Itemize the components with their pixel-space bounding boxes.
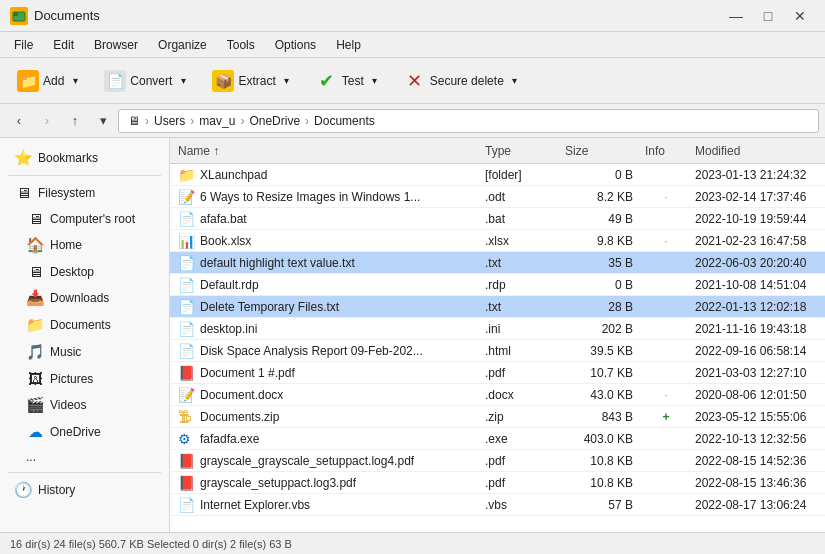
file-info: · <box>641 388 691 402</box>
header-modified[interactable]: Modified <box>691 144 821 158</box>
secure-delete-dropdown-icon[interactable]: ▾ <box>508 74 522 88</box>
secure-delete-label: Secure delete <box>430 74 504 88</box>
file-name: Document 1 #.pdf <box>200 366 295 380</box>
file-modified: 2023-02-14 17:37:46 <box>691 190 821 204</box>
dropdown-button[interactable]: ▾ <box>90 108 116 134</box>
table-row[interactable]: 📄 Delete Temporary Files.txt .txt 28 B 2… <box>170 296 825 318</box>
extract-dropdown-icon[interactable]: ▾ <box>280 74 294 88</box>
header-name[interactable]: Name ↑ <box>174 144 481 158</box>
sidebar-item-more[interactable]: ... <box>4 446 165 468</box>
sidebar-item-history[interactable]: 🕐 History <box>4 477 165 503</box>
table-row[interactable]: 📄 default highlight text value.txt .txt … <box>170 252 825 274</box>
path-onedrive[interactable]: OneDrive <box>246 114 303 128</box>
path-users[interactable]: Users <box>151 114 188 128</box>
sidebar-item-downloads[interactable]: 📥 Downloads <box>4 285 165 311</box>
extract-button[interactable]: 📦 Extract ▾ <box>203 63 302 99</box>
sidebar-label-onedrive: OneDrive <box>50 425 101 439</box>
sidebar-item-pictures[interactable]: 🖼 Pictures <box>4 366 165 391</box>
table-row[interactable]: 📝 6 Ways to Resize Images in Windows 1..… <box>170 186 825 208</box>
file-type: .vbs <box>481 498 561 512</box>
test-button[interactable]: ✔ Test ▾ <box>307 63 391 99</box>
header-type[interactable]: Type <box>481 144 561 158</box>
add-button[interactable]: 📁 Add ▾ <box>8 63 91 99</box>
file-modified: 2023-05-12 15:55:06 <box>691 410 821 424</box>
path-documents[interactable]: Documents <box>311 114 378 128</box>
menu-options[interactable]: Options <box>267 36 324 54</box>
table-row[interactable]: 📕 grayscale_grayscale_setuppact.log4.pdf… <box>170 450 825 472</box>
file-icon: ⚙ <box>178 431 196 447</box>
file-type: .pdf <box>481 454 561 468</box>
add-label: Add <box>43 74 64 88</box>
table-row[interactable]: ⚙ fafadfa.exe .exe 403.0 KB 2022-10-13 1… <box>170 428 825 450</box>
up-button[interactable]: ↑ <box>62 108 88 134</box>
menu-help[interactable]: Help <box>328 36 369 54</box>
desktop-icon: 🖥 <box>26 263 44 280</box>
sidebar-item-music[interactable]: 🎵 Music <box>4 339 165 365</box>
menu-edit[interactable]: Edit <box>45 36 82 54</box>
file-name: Documents.zip <box>200 410 279 424</box>
add-dropdown-icon[interactable]: ▾ <box>68 74 82 88</box>
forward-button[interactable]: › <box>34 108 60 134</box>
sidebar-item-bookmarks[interactable]: ⭐ Bookmarks <box>4 145 165 171</box>
file-name: XLaunchpad <box>200 168 267 182</box>
table-row[interactable]: 📁 XLaunchpad [folder] 0 B 2023-01-13 21:… <box>170 164 825 186</box>
info-plus: + <box>662 410 669 424</box>
table-row[interactable]: 📄 Disk Space Analysis Report 09-Feb-202.… <box>170 340 825 362</box>
test-dropdown-icon[interactable]: ▾ <box>368 74 382 88</box>
file-modified: 2022-01-13 12:02:18 <box>691 300 821 314</box>
menu-tools[interactable]: Tools <box>219 36 263 54</box>
minimize-button[interactable]: — <box>721 3 751 29</box>
history-icon: 🕐 <box>14 481 32 499</box>
file-icon: 📄 <box>178 211 196 227</box>
sidebar-item-videos[interactable]: 🎬 Videos <box>4 392 165 418</box>
file-modified: 2020-08-06 12:01:50 <box>691 388 821 402</box>
secure-delete-button[interactable]: ✕ Secure delete ▾ <box>395 63 531 99</box>
downloads-icon: 📥 <box>26 289 44 307</box>
file-modified: 2022-06-03 20:20:40 <box>691 256 821 270</box>
address-bar: ‹ › ↑ ▾ 🖥 › Users › mav_u › OneDrive › D… <box>0 104 825 138</box>
table-row[interactable]: 📝 Document.docx .docx 43.0 KB · 2020-08-… <box>170 384 825 406</box>
table-row[interactable]: 📕 grayscale_setuppact.log3.pdf .pdf 10.8… <box>170 472 825 494</box>
sidebar-item-documents[interactable]: 📁 Documents <box>4 312 165 338</box>
convert-button[interactable]: 📄 Convert ▾ <box>95 63 199 99</box>
file-modified: 2022-10-19 19:59:44 <box>691 212 821 226</box>
table-row[interactable]: 🗜 Documents.zip .zip 843 B + 2023-05-12 … <box>170 406 825 428</box>
sidebar-item-computers-root[interactable]: 🖥 Computer's root <box>4 206 165 231</box>
file-list-container: Name ↑ Type Size Info Modified 📁 XLaunch… <box>170 138 825 532</box>
file-icon: 📊 <box>178 233 196 249</box>
path-icon[interactable]: 🖥 <box>125 114 143 128</box>
menu-browser[interactable]: Browser <box>86 36 146 54</box>
convert-dropdown-icon[interactable]: ▾ <box>176 74 190 88</box>
header-info[interactable]: Info <box>641 144 691 158</box>
file-name: Document.docx <box>200 388 283 402</box>
file-name-cell: 📄 afafa.bat <box>174 211 481 227</box>
close-button[interactable]: ✕ <box>785 3 815 29</box>
table-row[interactable]: 📄 Internet Explorer.vbs .vbs 57 B 2022-0… <box>170 494 825 516</box>
sidebar-item-onedrive[interactable]: ☁ OneDrive <box>4 419 165 445</box>
onedrive-icon: ☁ <box>26 423 44 441</box>
table-row[interactable]: 📕 Document 1 #.pdf .pdf 10.7 KB 2021-03-… <box>170 362 825 384</box>
sidebar-item-desktop[interactable]: 🖥 Desktop <box>4 259 165 284</box>
file-name: Delete Temporary Files.txt <box>200 300 339 314</box>
sidebar-item-home[interactable]: 🏠 Home <box>4 232 165 258</box>
extract-label: Extract <box>238 74 275 88</box>
menu-organize[interactable]: Organize <box>150 36 215 54</box>
file-name-cell: ⚙ fafadfa.exe <box>174 431 481 447</box>
file-name-cell: 📕 grayscale_grayscale_setuppact.log4.pdf <box>174 453 481 469</box>
file-icon: 📕 <box>178 365 196 381</box>
table-row[interactable]: 📄 Default.rdp .rdp 0 B 2021-10-08 14:51:… <box>170 274 825 296</box>
table-row[interactable]: 📄 afafa.bat .bat 49 B 2022-10-19 19:59:4… <box>170 208 825 230</box>
sidebar-item-filesystem[interactable]: 🖥 Filesystem <box>4 180 165 205</box>
file-name-cell: 📄 Internet Explorer.vbs <box>174 497 481 513</box>
table-row[interactable]: 📊 Book.xlsx .xlsx 9.8 KB · 2021-02-23 16… <box>170 230 825 252</box>
file-list-header: Name ↑ Type Size Info Modified <box>170 138 825 164</box>
table-row[interactable]: 📄 desktop.ini .ini 202 B 2021-11-16 19:4… <box>170 318 825 340</box>
bookmarks-icon: ⭐ <box>14 149 32 167</box>
back-button[interactable]: ‹ <box>6 108 32 134</box>
pictures-icon: 🖼 <box>26 370 44 387</box>
menu-file[interactable]: File <box>6 36 41 54</box>
path-mav-u[interactable]: mav_u <box>196 114 238 128</box>
maximize-button[interactable]: □ <box>753 3 783 29</box>
file-name: 6 Ways to Resize Images in Windows 1... <box>200 190 420 204</box>
header-size[interactable]: Size <box>561 144 641 158</box>
